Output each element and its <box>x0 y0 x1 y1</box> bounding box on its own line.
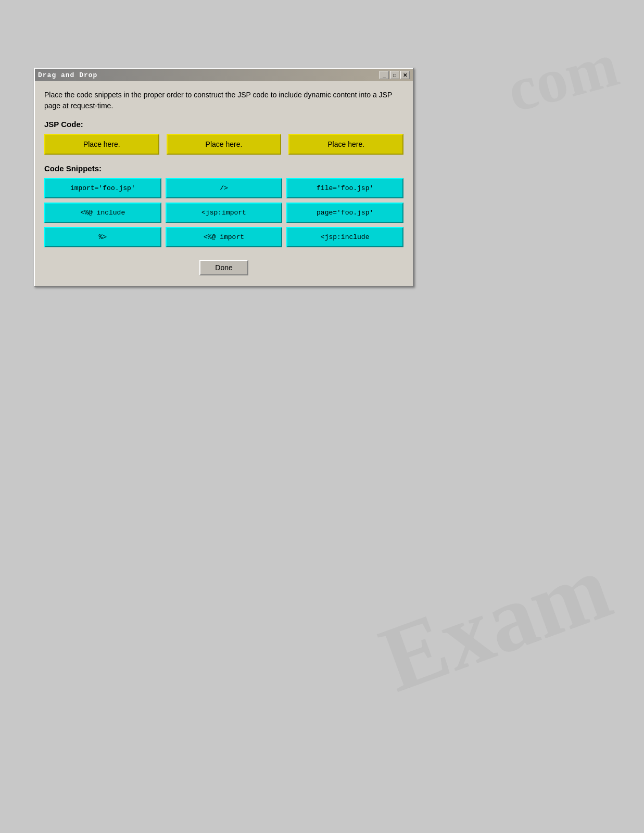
code-snippets-label: Code Snippets: <box>44 164 403 173</box>
snippet-0[interactable]: import='foo.jsp' <box>44 178 161 198</box>
watermark-bottom: Exam <box>367 532 624 713</box>
snippet-5[interactable]: page='foo.jsp' <box>286 203 403 223</box>
drop-zone-1[interactable]: Place here. <box>44 134 159 155</box>
snippets-grid: import='foo.jsp' /> file='foo.jsp' <%@ i… <box>44 178 403 247</box>
window-title: Drag and Drop <box>38 71 97 79</box>
snippet-6[interactable]: %> <box>44 227 161 247</box>
watermark-top: com <box>500 29 626 127</box>
snippet-1[interactable]: /> <box>166 178 283 198</box>
drop-zone-3[interactable]: Place here. <box>288 134 403 155</box>
snippet-4[interactable]: <jsp:import <box>166 203 283 223</box>
drag-drop-window: Drag and Drop _ □ ✕ Place the code snipp… <box>34 68 414 287</box>
snippet-2[interactable]: file='foo.jsp' <box>286 178 403 198</box>
snippet-7[interactable]: <%@ import <box>166 227 283 247</box>
close-button[interactable]: ✕ <box>400 71 410 79</box>
maximize-button[interactable]: □ <box>390 71 399 79</box>
drop-zones-row: Place here. Place here. Place here. <box>44 134 403 155</box>
window-content: Place the code snippets in the proper or… <box>35 81 413 286</box>
jsp-code-label: JSP Code: <box>44 120 403 129</box>
done-row: Done <box>44 258 403 275</box>
instructions-text: Place the code snippets in the proper or… <box>44 90 403 111</box>
title-bar: Drag and Drop _ □ ✕ <box>35 69 413 81</box>
snippet-8[interactable]: <jsp:include <box>286 227 403 247</box>
snippet-3[interactable]: <%@ include <box>44 203 161 223</box>
drop-zone-2[interactable]: Place here. <box>167 134 282 155</box>
minimize-button[interactable]: _ <box>380 71 389 79</box>
window-controls: _ □ ✕ <box>380 71 410 79</box>
done-button[interactable]: Done <box>199 260 248 275</box>
